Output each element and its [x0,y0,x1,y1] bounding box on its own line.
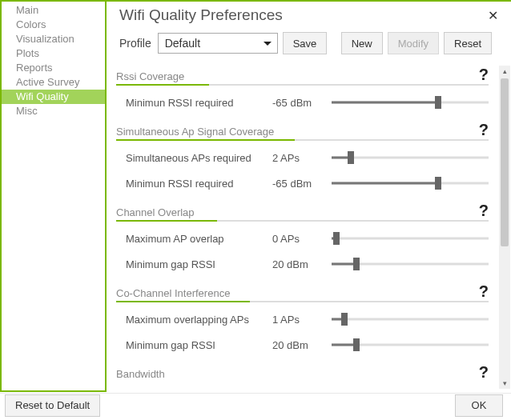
sidebar-item-reports[interactable]: Reports [2,61,105,75]
reset-button[interactable]: Reset [444,32,492,54]
chevron-down-icon [263,37,272,50]
simul-aps-slider[interactable] [332,150,489,165]
scrollbar-thumb[interactable] [501,78,509,246]
help-icon[interactable]: ? [479,284,489,298]
close-icon[interactable]: ✕ [485,8,501,23]
help-icon[interactable]: ? [479,203,489,218]
help-icon[interactable]: ? [479,365,489,379]
section-divider [116,301,489,302]
section-title-simul: Simultaneous Ap Signal Coverage [116,126,274,138]
help-icon[interactable]: ? [479,122,489,137]
setting-value: 2 APs [272,152,325,164]
section-title-bandwidth: Bandwidth [116,368,165,380]
sidebar-item-wifi-quality[interactable]: Wifi Quality [2,90,105,104]
help-icon[interactable]: ? [479,67,489,82]
setting-value: 1 APs [272,314,325,326]
footer: Reset to Default OK [0,393,511,420]
setting-label: Minimum gap RSSI [126,258,266,270]
reset-to-default-button[interactable]: Reset to Default [5,394,100,417]
section-title-overlap: Channel Overlap [116,206,195,218]
overlap-max-ap-slider[interactable] [332,231,489,246]
setting-label: Minimum gap RSSI [126,339,266,351]
profile-select-value: Default [165,37,200,50]
simul-rssi-slider[interactable] [332,176,489,190]
setting-value: 20 dBm [272,258,325,270]
rssi-min-slider[interactable] [332,95,489,110]
setting-value: -65 dBm [272,97,325,109]
profile-label: Profile [119,37,151,50]
setting-label: Simultaneous APs required [126,152,266,164]
sidebar-item-visualization[interactable]: Visualization [2,32,105,46]
cochan-max-ap-slider[interactable] [332,312,489,326]
section-divider [116,84,489,86]
setting-value: -65 dBm [272,178,325,190]
new-button[interactable]: New [341,32,383,54]
ok-button[interactable]: OK [455,394,503,417]
scroll-down-icon[interactable]: ▾ [499,378,510,389]
setting-value: 0 APs [272,233,325,245]
sidebar-item-main[interactable]: Main [2,3,105,18]
scrollbar[interactable]: ▴ ▾ [499,66,510,389]
setting-label: Maximum overlapping APs [126,314,266,326]
modify-button: Modify [388,32,439,54]
setting-label: Minimun RSSI required [126,97,266,109]
section-title-rssi: Rssi Coverage [116,70,184,82]
setting-label: Maximum AP overlap [126,233,266,245]
setting-label: Minimun RSSI required [126,178,266,190]
main-panel: Wifi Quality Preferences ✕ Profile Defau… [107,2,511,392]
profile-select[interactable]: Default [158,33,278,54]
sidebar-item-active-survey[interactable]: Active Survey [2,75,105,90]
setting-value: 20 dBm [272,339,325,351]
sidebar-item-misc[interactable]: Misc [2,104,105,118]
section-divider [116,220,489,222]
settings-scroll: Rssi Coverage ? Minimun RSSI required -6… [107,62,511,392]
cochan-gap-slider[interactable] [332,338,489,352]
section-divider [116,139,489,141]
sidebar: Main Colors Visualization Plots Reports … [0,2,107,392]
section-title-cochan: Co-Channel Interference [116,287,230,299]
sidebar-item-plots[interactable]: Plots [2,46,105,61]
page-title: Wifi Quality Preferences [119,6,283,24]
scroll-up-icon[interactable]: ▴ [499,66,510,77]
sidebar-item-colors[interactable]: Colors [2,18,105,32]
save-button[interactable]: Save [283,32,328,54]
overlap-gap-slider[interactable] [332,257,489,271]
